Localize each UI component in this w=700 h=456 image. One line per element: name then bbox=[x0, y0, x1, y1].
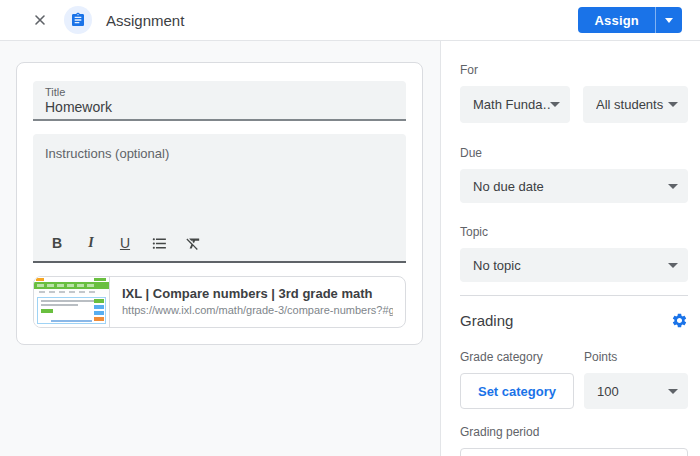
instructions-field[interactable]: Instructions (optional) B I U bbox=[33, 134, 406, 263]
gear-icon[interactable] bbox=[671, 312, 688, 329]
formatting-toolbar: B I U bbox=[45, 231, 394, 255]
main-layout: Title Homework Instructions (optional) B… bbox=[0, 41, 700, 456]
title-field[interactable]: Title Homework bbox=[33, 81, 406, 121]
assign-dropdown-button[interactable] bbox=[655, 7, 682, 33]
topic-value: No topic bbox=[473, 258, 668, 273]
sidebar-divider bbox=[460, 295, 688, 296]
instructions-placeholder: Instructions (optional) bbox=[45, 146, 394, 161]
set-grading-period-button[interactable]: Set grading period bbox=[460, 448, 688, 456]
editor-pane: Title Homework Instructions (optional) B… bbox=[0, 41, 441, 456]
due-label: Due bbox=[460, 146, 688, 160]
underline-button[interactable]: U bbox=[113, 231, 137, 255]
grading-period-label: Grading period bbox=[460, 425, 688, 439]
attachment-card[interactable]: IXL | Compare numbers | 3rd grade math h… bbox=[33, 276, 406, 328]
attachment-url: https://www.ixl.com/math/grade-3/compare… bbox=[122, 304, 393, 316]
due-date-value: No due date bbox=[473, 179, 668, 194]
topic-label: Topic bbox=[460, 225, 688, 239]
points-label: Points bbox=[584, 350, 688, 364]
grade-category-label: Grade category bbox=[460, 350, 574, 364]
chevron-down-icon bbox=[668, 102, 678, 107]
attachment-text: IXL | Compare numbers | 3rd grade math h… bbox=[110, 277, 405, 327]
chevron-down-icon bbox=[668, 184, 678, 189]
assign-button[interactable]: Assign bbox=[578, 7, 655, 33]
grading-header: Grading bbox=[460, 312, 688, 329]
italic-button[interactable]: I bbox=[79, 231, 103, 255]
close-icon[interactable] bbox=[30, 10, 50, 30]
title-field-value: Homework bbox=[45, 99, 394, 115]
page-title: Assignment bbox=[106, 12, 184, 29]
grading-heading: Grading bbox=[460, 312, 671, 329]
students-select[interactable]: All students bbox=[583, 86, 688, 123]
points-select[interactable]: 100 bbox=[584, 373, 688, 409]
students-select-value: All students bbox=[596, 97, 668, 112]
attachment-thumbnail bbox=[34, 277, 110, 327]
class-select[interactable]: Math Funda… bbox=[460, 86, 570, 123]
assign-split-button: Assign bbox=[578, 7, 682, 33]
topic-select[interactable]: No topic bbox=[460, 248, 688, 282]
chevron-down-icon bbox=[665, 18, 673, 23]
chevron-down-icon bbox=[550, 102, 560, 107]
class-select-value: Math Funda… bbox=[473, 97, 550, 112]
points-value: 100 bbox=[597, 384, 668, 399]
chevron-down-icon bbox=[668, 263, 678, 268]
assignment-card: Title Homework Instructions (optional) B… bbox=[16, 62, 423, 345]
title-field-label: Title bbox=[45, 86, 394, 98]
assignment-icon bbox=[64, 6, 92, 34]
settings-sidebar: For Math Funda… All students Due No due … bbox=[441, 41, 700, 456]
top-bar: Assignment Assign bbox=[0, 0, 700, 41]
clear-formatting-button[interactable] bbox=[181, 231, 205, 255]
bulleted-list-button[interactable] bbox=[147, 231, 171, 255]
due-date-select[interactable]: No due date bbox=[460, 169, 688, 203]
bold-button[interactable]: B bbox=[45, 231, 69, 255]
for-label: For bbox=[460, 63, 688, 77]
for-row: Math Funda… All students bbox=[460, 86, 688, 123]
chevron-down-icon bbox=[668, 389, 678, 394]
set-category-button[interactable]: Set category bbox=[460, 373, 574, 409]
attachment-title: IXL | Compare numbers | 3rd grade math bbox=[122, 286, 393, 301]
grading-grid: Grade category Points Set category 100 bbox=[460, 350, 688, 409]
